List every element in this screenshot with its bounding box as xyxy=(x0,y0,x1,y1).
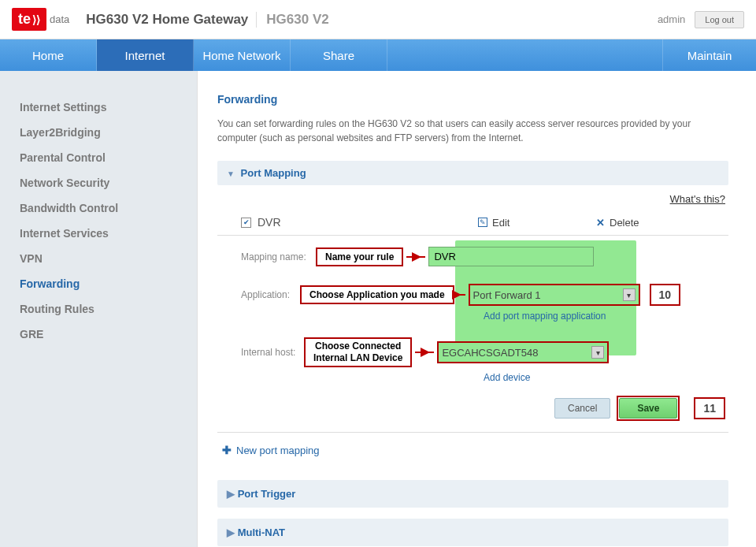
chevron-right-icon: ▶ xyxy=(227,488,235,500)
logout-button[interactable]: Log out xyxy=(695,11,744,28)
arrow-icon xyxy=(406,256,425,258)
instruction-name-rule: Name your rule xyxy=(316,247,403,266)
application-label: Application: xyxy=(241,289,300,300)
mapping-name-input[interactable] xyxy=(428,247,594,266)
chevron-down-icon: ▾ xyxy=(623,288,636,301)
add-device-link[interactable]: Add device xyxy=(484,372,530,383)
sidebar-item-routing-rules[interactable]: Routing Rules xyxy=(20,296,189,322)
sidebar-item-parental-control[interactable]: Parental Control xyxy=(20,145,189,170)
rule-name-label: DVR xyxy=(258,216,478,229)
page-description: You can set forwarding rules on the HG63… xyxy=(217,117,728,145)
new-port-mapping-button[interactable]: ✚ New port mapping xyxy=(217,433,728,480)
nav-internet[interactable]: Internet xyxy=(97,39,194,71)
instruction-choose-app: Choose Application you made xyxy=(300,285,454,304)
save-button[interactable]: Save xyxy=(619,398,677,419)
rule-row: ✔ DVR ✎ Edit ✕ Delete xyxy=(217,213,728,232)
section-port-trigger[interactable]: ▶ Port Trigger xyxy=(217,480,728,508)
sidebar-item-bandwidth-control[interactable]: Bandwidth Control xyxy=(20,195,189,221)
edit-rule-button[interactable]: ✎ Edit xyxy=(478,217,596,229)
step-11-annotation: 11 xyxy=(694,397,725,419)
internal-host-select[interactable]: EGCAHCSGADT548 ▾ xyxy=(437,341,609,363)
sidebar-item-internet-settings[interactable]: Internet Settings xyxy=(20,95,189,120)
user-label: admin xyxy=(658,13,685,25)
sidebar-item-layer2bridging[interactable]: Layer2Bridging xyxy=(20,120,189,145)
brand-logo: te⟩⟩ xyxy=(12,8,46,31)
close-icon: ✕ xyxy=(596,217,605,229)
sidebar-item-network-security[interactable]: Network Security xyxy=(20,170,189,195)
sidebar-item-gre[interactable]: GRE xyxy=(20,322,189,347)
section-multi-nat[interactable]: ▶ Multi-NAT xyxy=(217,519,728,546)
mapping-name-label: Mapping name: xyxy=(241,251,316,262)
main-nav: Home Internet Home Network Share Maintai… xyxy=(0,39,756,71)
nav-maintain[interactable]: Maintain xyxy=(663,39,756,71)
sidebar-item-forwarding[interactable]: Forwarding xyxy=(20,271,189,296)
plus-icon: ✚ xyxy=(222,444,232,456)
cancel-button[interactable]: Cancel xyxy=(554,398,610,419)
step-10-annotation: 10 xyxy=(650,284,681,306)
nav-home[interactable]: Home xyxy=(0,39,97,71)
arrow-icon xyxy=(415,352,434,353)
chevron-down-icon: ▾ xyxy=(591,346,604,359)
nav-home-network[interactable]: Home Network xyxy=(194,39,291,71)
internal-host-label: Internal host: xyxy=(241,347,304,358)
device-title: HG630 V2 Home Gateway xyxy=(81,12,248,28)
chevron-down-icon: ▼ xyxy=(227,169,235,178)
edit-icon: ✎ xyxy=(478,218,487,227)
instruction-choose-host: Choose Connected Internal LAN Device xyxy=(304,337,412,367)
nav-share[interactable]: Share xyxy=(291,39,387,71)
sidebar: Internet Settings Layer2Bridging Parenta… xyxy=(0,71,197,547)
arrow-icon xyxy=(458,294,465,296)
sidebar-item-internet-services[interactable]: Internet Services xyxy=(20,221,189,246)
page-title: Forwarding xyxy=(217,93,728,106)
device-model: HG630 V2 xyxy=(256,12,328,28)
delete-rule-button[interactable]: ✕ Delete xyxy=(596,217,714,229)
section-port-mapping[interactable]: ▼ Port Mapping xyxy=(217,161,728,185)
rule-checkbox[interactable]: ✔ xyxy=(241,218,251,228)
brand-logo-sub: data xyxy=(50,13,69,25)
application-select[interactable]: Port Forward 1 ▾ xyxy=(469,284,640,306)
sidebar-item-vpn[interactable]: VPN xyxy=(20,246,189,271)
add-application-link[interactable]: Add port mapping application xyxy=(484,311,606,322)
whats-this-link[interactable]: What's this? xyxy=(670,193,725,205)
chevron-right-icon: ▶ xyxy=(227,527,235,538)
